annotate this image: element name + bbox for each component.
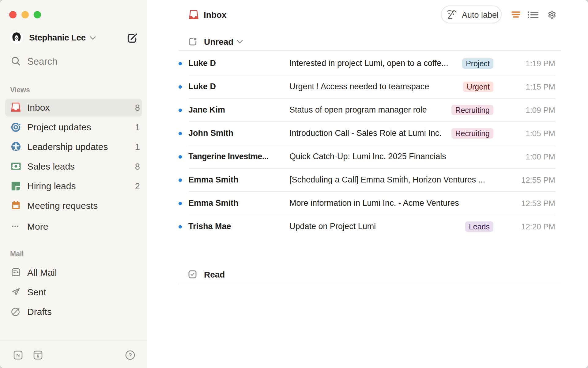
svg-text:?: ?	[128, 352, 132, 358]
svg-text:N: N	[16, 353, 20, 358]
svg-text:6: 6	[37, 354, 39, 358]
